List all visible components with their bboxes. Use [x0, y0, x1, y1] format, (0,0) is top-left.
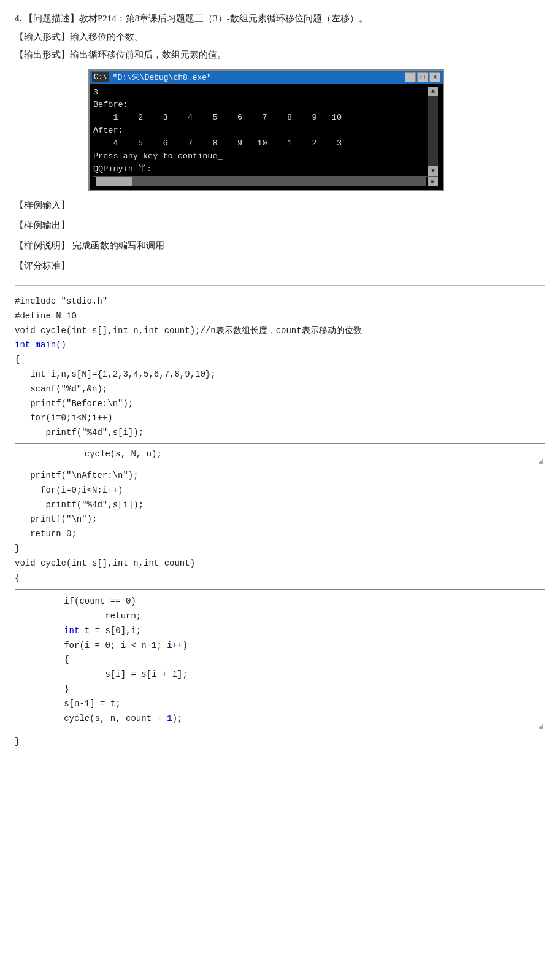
cmd-scroll-up-button[interactable]: ▲	[428, 87, 438, 96]
cmd-title: "D:\朱\Debug\ch8.exe"	[113, 72, 212, 83]
cmd-scrollbar-thumb	[96, 177, 132, 186]
printf-format: printf("%4d",s[i]);	[15, 426, 545, 441]
printf-format2: printf("%4d",s[i]);	[15, 498, 545, 513]
for2: for(i=0;i<N;i++)	[15, 483, 545, 498]
increment-link: ++	[172, 641, 183, 650]
for1: for(i=0;i<N;i++)	[15, 411, 545, 426]
cmd-scroll-right-button[interactable]: ►	[428, 177, 438, 186]
cycle-decl: void cycle(int s[],int n,int count);//n表…	[15, 324, 545, 339]
cmd-line-6: Press any key to continue_	[93, 150, 428, 163]
resize-handle-large	[537, 723, 543, 729]
brace-close: }	[15, 542, 545, 556]
include-line: #include "stdio.h"	[15, 294, 545, 309]
cmd-maximize-button[interactable]: □	[417, 72, 428, 82]
cmd-buttons: ─ □ ×	[405, 72, 440, 82]
cycle-body-box[interactable]: if(count == 0) return; int t = s[0],i; f…	[15, 589, 545, 731]
cmd-line-7: QQPinyin 半:	[93, 163, 428, 176]
scanf-line: scanf("%d",&n);	[15, 382, 545, 397]
cycle-body-content: if(count == 0) return; int t = s[0],i; f…	[23, 595, 537, 726]
var-decl: int i,n,s[N]={1,2,3,4,5,6,7,8,9,10};	[15, 368, 545, 382]
brace-open: {	[15, 353, 545, 368]
cmd-minimize-button[interactable]: ─	[405, 72, 416, 82]
sample-input: 【样例输入】	[15, 197, 545, 214]
define-line: #define N 10	[15, 309, 545, 324]
cmd-scroll-down-button[interactable]: ▼	[428, 166, 438, 176]
problem-desc-text: 【问题描述】教材P214：第8章课后习题题三（3）-数组元素循环移位问题（左移）…	[24, 13, 368, 23]
sample-explain-text: 完成函数的编写和调用	[72, 241, 164, 250]
sample-explain: 【样例说明】 完成函数的编写和调用	[15, 237, 545, 254]
one-link: 1	[167, 714, 172, 723]
int-keyword: int	[64, 626, 79, 636]
cmd-scrollbar-vertical[interactable]: ▲ ▼	[428, 87, 438, 176]
cmd-titlebar-left: C:\ "D:\朱\Debug\ch8.exe"	[92, 72, 212, 83]
cycle-def: void cycle(int s[],int n,int count)	[15, 556, 545, 571]
sample-output-label: 【样例输出】	[15, 220, 70, 230]
cmd-icon: C:\	[92, 72, 109, 82]
main-decl: int main()	[15, 338, 545, 353]
score-label: 【评分标准】	[15, 261, 70, 271]
cmd-line-4: After:	[93, 125, 428, 137]
printf-newline: printf("\n");	[15, 512, 545, 527]
sample-explain-label: 【样例说明】	[15, 241, 70, 250]
problem-description: 4. 【问题描述】教材P214：第8章课后习题题三（3）-数组元素循环移位问题（…	[15, 11, 545, 27]
cmd-bottombar: ►	[93, 176, 438, 187]
printf-before: printf("Before:\n");	[15, 397, 545, 412]
cmd-line-5: 4 5 6 7 8 9 10 1 2 3	[93, 137, 428, 150]
resize-handle	[537, 458, 543, 464]
cmd-line-3: 1 2 3 4 5 6 7 8 9 10	[93, 112, 428, 125]
cmd-window: C:\ "D:\朱\Debug\ch8.exe" ─ □ × 3 Before:…	[88, 69, 444, 191]
problem-number: 4.	[15, 13, 21, 23]
cmd-content: 3 Before: 1 2 3 4 5 6 7 8 9 10 After: 4 …	[93, 87, 428, 176]
cmd-titlebar: C:\ "D:\朱\Debug\ch8.exe" ─ □ ×	[90, 71, 443, 84]
code-section: #include "stdio.h" #define N 10 void cyc…	[15, 294, 545, 750]
sample-output: 【样例输出】	[15, 217, 545, 234]
return-zero: return 0;	[15, 527, 545, 542]
cycle-call-box[interactable]: cycle(s, N, n);	[15, 443, 545, 466]
cmd-body: 3 Before: 1 2 3 4 5 6 7 8 9 10 After: 4 …	[90, 84, 443, 190]
score-standard: 【评分标准】	[15, 258, 545, 274]
cmd-line-1: 3	[93, 87, 428, 99]
cmd-line-2: Before:	[93, 99, 428, 112]
brace-close2: }	[15, 735, 545, 750]
section-divider	[15, 285, 545, 286]
problem-input-format: 【输入形式】输入移位的个数。	[15, 29, 545, 45]
sample-input-label: 【样例输入】	[15, 200, 70, 210]
printf-after: printf("\nAfter:\n");	[15, 469, 545, 483]
cycle-call-content: cycle(s, N, n);	[20, 446, 540, 463]
problem-section: 4. 【问题描述】教材P214：第8章课后习题题三（3）-数组元素循环移位问题（…	[15, 11, 545, 274]
cmd-scrollbar-horizontal[interactable]	[96, 177, 426, 186]
brace-open2: {	[15, 571, 545, 586]
cmd-close-button[interactable]: ×	[429, 72, 440, 82]
problem-output-format: 【输出形式】输出循环移位前和后，数组元素的值。	[15, 47, 545, 63]
